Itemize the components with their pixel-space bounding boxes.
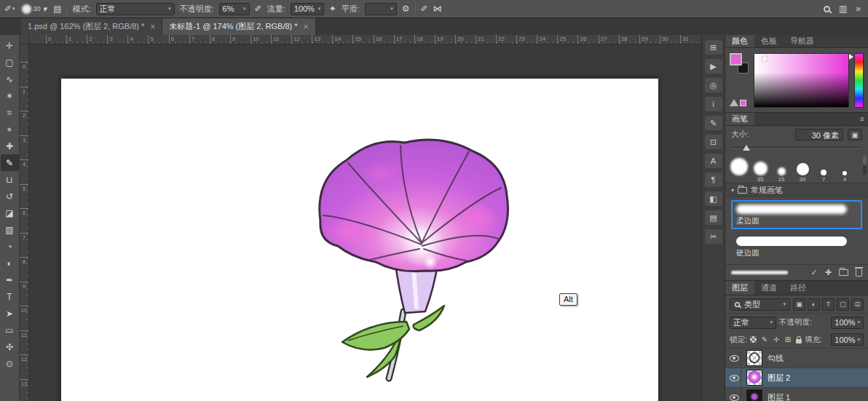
- brush-size-input[interactable]: 30 像素: [795, 129, 843, 140]
- lock-all-icon[interactable]: [796, 339, 802, 344]
- layer-thumbnail[interactable]: [746, 350, 762, 366]
- brush-preset[interactable]: 15: [772, 155, 791, 183]
- tool-pen[interactable]: ✒: [1, 271, 19, 288]
- filter-shape-layers[interactable]: ▢: [837, 298, 849, 311]
- tool-crop[interactable]: ⌗: [1, 104, 19, 121]
- layer-thumbnail[interactable]: [746, 389, 762, 401]
- new-group-icon[interactable]: [839, 269, 848, 276]
- tool-quick-selection[interactable]: ✶: [1, 87, 19, 104]
- layer-visibility-eye-icon[interactable]: [730, 355, 739, 362]
- flow-select[interactable]: 100%▾: [291, 3, 324, 15]
- brush-preset[interactable]: 7: [814, 155, 833, 183]
- pressure-opacity-icon[interactable]: ✐: [255, 4, 262, 14]
- vertical-ruler[interactable]: 012345678910111213: [20, 44, 29, 401]
- color-picker-cursor[interactable]: [762, 56, 768, 62]
- hue-slider-marker[interactable]: [849, 54, 853, 60]
- panel-icon-info[interactable]: i: [705, 97, 722, 111]
- tool-preset-picker[interactable]: ✐▾: [4, 4, 15, 14]
- tab-close-icon[interactable]: ×: [304, 22, 309, 32]
- tool-history-brush[interactable]: ↺: [1, 188, 19, 205]
- foreground-color-swatch[interactable]: [730, 53, 742, 65]
- panel-tab[interactable]: 导航器: [784, 35, 821, 47]
- tool-shape[interactable]: ▭: [1, 322, 19, 338]
- brush-size-slider[interactable]: [733, 143, 861, 153]
- tool-eraser[interactable]: ◪: [1, 205, 19, 221]
- brush-preset[interactable]: 35: [751, 155, 770, 183]
- search-icon[interactable]: [824, 6, 830, 12]
- filter-type-layers[interactable]: T: [822, 298, 835, 311]
- brush-item[interactable]: 硬边圆: [731, 232, 862, 261]
- filter-pixel-layers[interactable]: ▣: [793, 298, 805, 311]
- panel-icon-actions[interactable]: ▶: [705, 59, 722, 74]
- color-saturation-field[interactable]: [754, 53, 849, 108]
- layer-visibility-eye-icon[interactable]: [730, 375, 739, 381]
- tab-close-icon[interactable]: ×: [150, 22, 155, 32]
- document-tab[interactable]: 1.psd @ 162% (图层 2, RGB/8) * ×: [21, 18, 162, 35]
- lock-transparency-icon[interactable]: [750, 336, 757, 343]
- opacity-select[interactable]: 6%▾: [219, 3, 250, 15]
- workspace-switcher-icon[interactable]: ▥: [839, 4, 847, 14]
- layer-blend-mode-select[interactable]: 正常 ▾: [730, 317, 776, 329]
- panel-icon-styles[interactable]: ▤: [705, 210, 722, 225]
- panel-icon-navigator[interactable]: ◎: [705, 78, 722, 92]
- tool-lasso[interactable]: ∿: [1, 71, 19, 87]
- canvas[interactable]: [61, 79, 658, 401]
- stroke-preview-toggle-icon[interactable]: ▣: [848, 129, 862, 140]
- panel-tab[interactable]: 通道: [754, 281, 784, 295]
- tool-dodge[interactable]: ◐: [1, 255, 19, 271]
- gamut-warning-icon[interactable]: [730, 99, 738, 106]
- pressure-size-icon[interactable]: ✐: [421, 4, 428, 14]
- tool-brush[interactable]: ✎: [1, 154, 19, 171]
- collapse-icon[interactable]: »: [856, 4, 861, 14]
- tool-eyedropper[interactable]: ⌖: [1, 121, 19, 138]
- tool-path-selection[interactable]: ➤: [1, 305, 19, 322]
- panel-icon-swatches[interactable]: ⊞: [705, 40, 722, 55]
- panel-icon-adjustments[interactable]: ◧: [705, 191, 722, 206]
- ruler-corner[interactable]: [20, 35, 29, 44]
- layer-row[interactable]: 图层 2: [725, 368, 868, 388]
- layer-name[interactable]: 图层 2: [768, 373, 790, 384]
- filter-smart-objects[interactable]: ⊡: [851, 298, 864, 311]
- tool-zoom[interactable]: ⊙: [1, 355, 19, 372]
- panel-tab[interactable]: 颜色: [725, 35, 754, 47]
- layer-row[interactable]: 图层 1: [725, 388, 868, 401]
- panel-tab[interactable]: 路径: [784, 281, 813, 295]
- airbrush-icon[interactable]: ✦: [329, 4, 336, 14]
- panel-menu-icon[interactable]: ≡: [856, 113, 868, 125]
- smoothing-gear-icon[interactable]: ⚙: [402, 4, 410, 14]
- delete-brush-icon[interactable]: [856, 269, 862, 277]
- panel-icon-properties[interactable]: ✂: [705, 229, 722, 244]
- panel-tab[interactable]: 图层: [725, 281, 754, 295]
- layer-row[interactable]: 勾线: [725, 349, 868, 368]
- pasteboard[interactable]: [29, 44, 701, 401]
- layer-visibility-eye-icon[interactable]: [730, 394, 739, 401]
- panel-icon-brush-settings[interactable]: ✎: [705, 116, 722, 130]
- brush-preset[interactable]: [730, 155, 749, 183]
- horizontal-ruler[interactable]: 0123456789101112131415161718192021222324…: [29, 35, 701, 44]
- hue-slider[interactable]: [854, 53, 864, 108]
- slider-handle[interactable]: [743, 145, 750, 151]
- tool-blur[interactable]: ◔: [1, 238, 19, 255]
- blend-mode-select[interactable]: 正常▾: [96, 3, 175, 15]
- brush-item[interactable]: 柔边圆: [731, 200, 862, 229]
- lock-artboard[interactable]: ⊞: [783, 335, 793, 345]
- smoothing-select[interactable]: ▾: [365, 3, 397, 15]
- toggle-live-tip-icon[interactable]: ✓: [811, 268, 818, 277]
- brush-preset-picker[interactable]: 30 ▾: [20, 4, 49, 14]
- lock-pixels[interactable]: ✎: [760, 335, 770, 345]
- filter-adjustment-layers[interactable]: ◐: [808, 298, 820, 311]
- panel-tab[interactable]: 色板: [754, 35, 784, 47]
- layer-filter-select[interactable]: 类型 ▾: [730, 298, 790, 311]
- brush-settings-panel-toggle[interactable]: ▤: [53, 4, 61, 14]
- layer-thumbnail[interactable]: [746, 370, 762, 386]
- foreground-background-swatches[interactable]: [730, 53, 749, 74]
- layer-fill-select[interactable]: 100% ▾: [831, 333, 864, 346]
- tool-hand[interactable]: ✣: [1, 338, 19, 355]
- tool-marquee[interactable]: ▢: [1, 54, 19, 71]
- brush-group-row[interactable]: ▾ 常规画笔: [725, 183, 868, 197]
- brushes-panel-tab[interactable]: 画笔: [725, 113, 754, 125]
- scrollbar[interactable]: [863, 156, 867, 175]
- panel-icon-character[interactable]: A: [705, 154, 722, 168]
- symmetry-icon[interactable]: ⋈: [433, 4, 442, 14]
- layer-opacity-select[interactable]: 100% ▾: [831, 317, 864, 329]
